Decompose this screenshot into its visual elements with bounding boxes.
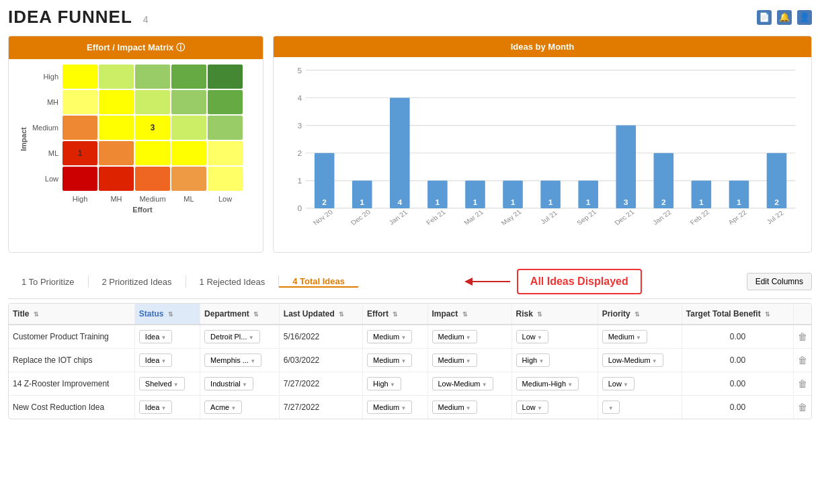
table-row: New Cost Reduction IdeaIdeaAcme7/27/2022…	[9, 396, 811, 419]
stat-item[interactable]: 1 To Prioritize	[8, 277, 88, 287]
table-row: 14 Z-Rooster ImprovementShelvedIndustria…	[9, 372, 811, 396]
row-benefit: 0.00	[682, 349, 793, 372]
stat-item[interactable]: 2 Prioritized Ideas	[89, 277, 186, 287]
row-benefit: 0.00	[682, 372, 793, 396]
svg-text:Apr 22: Apr 22	[727, 209, 748, 226]
table-header-priority[interactable]: Priority ⇅	[598, 304, 682, 325]
matrix-cell	[135, 90, 170, 114]
row-status: Shelved	[134, 372, 200, 396]
matrix-cell	[135, 167, 170, 191]
table-header-risk[interactable]: Risk ⇅	[511, 304, 598, 325]
svg-text:Mar 21: Mar 21	[462, 208, 485, 226]
row-impact: Medium	[427, 325, 511, 349]
delete-icon[interactable]: 🗑	[798, 378, 807, 389]
svg-text:5: 5	[298, 67, 302, 75]
svg-text:Dec 20: Dec 20	[349, 208, 372, 226]
stat-item[interactable]: 1 Rejected Ideas	[186, 277, 279, 287]
matrix-col-label: High	[63, 195, 97, 203]
svg-text:1: 1	[473, 199, 478, 206]
file-icon[interactable]: 📄	[757, 10, 772, 25]
delete-icon[interactable]: 🗑	[798, 331, 807, 342]
svg-text:1: 1	[548, 199, 553, 206]
table-header-status[interactable]: Status ⇅	[134, 304, 200, 325]
svg-text:2: 2	[774, 199, 779, 206]
row-last_updated: 7/27/2022	[279, 396, 362, 419]
matrix-cell	[171, 167, 206, 191]
svg-text:2: 2	[661, 199, 666, 206]
impact-dropdown[interactable]: Medium	[432, 330, 477, 343]
edit-columns-button[interactable]: Edit Columns	[747, 273, 812, 290]
priority-dropdown[interactable]: Low	[602, 377, 634, 390]
row-effort: Medium	[363, 325, 427, 349]
table-header-impact[interactable]: Impact ⇅	[427, 304, 511, 325]
risk-dropdown[interactable]: Low	[516, 330, 548, 343]
matrix-cell	[135, 65, 170, 89]
callout-arrow	[463, 271, 517, 292]
status-dropdown[interactable]: Idea	[139, 401, 173, 414]
row-title: Replace the IOT chips	[9, 349, 134, 372]
risk-dropdown[interactable]: High	[516, 353, 550, 367]
effort-dropdown[interactable]: Medium	[367, 330, 412, 343]
chart-header: Ideas by Month	[274, 36, 811, 57]
svg-text:4: 4	[298, 95, 302, 102]
status-dropdown[interactable]: Idea	[139, 330, 173, 343]
svg-text:2: 2	[322, 199, 327, 206]
priority-dropdown[interactable]: Low-Medium	[602, 353, 663, 367]
matrix-row-label: ML	[28, 149, 63, 157]
matrix-cell	[99, 65, 134, 89]
priority-dropdown[interactable]: Medium	[602, 330, 647, 343]
table-header-effort[interactable]: Effort ⇅	[363, 304, 427, 325]
table-header-benefit[interactable]: Target Total Benefit ⇅	[682, 304, 793, 325]
svg-text:Jan 21: Jan 21	[387, 209, 409, 226]
risk-dropdown[interactable]: Low	[516, 401, 548, 414]
svg-text:Feb 22: Feb 22	[688, 208, 711, 226]
matrix-cell	[208, 65, 243, 89]
matrix-cell	[171, 65, 206, 89]
delete-icon[interactable]: 🗑	[798, 402, 807, 413]
table-header-title[interactable]: Title ⇅	[9, 304, 134, 325]
department-dropdown[interactable]: Detroit Pl...	[204, 330, 260, 343]
matrix-cell	[63, 65, 97, 89]
status-dropdown[interactable]: Idea	[139, 353, 173, 367]
row-impact: Medium	[427, 349, 511, 372]
impact-dropdown[interactable]: Medium	[432, 353, 477, 367]
bell-icon[interactable]: 🔔	[777, 10, 792, 25]
row-department: Detroit Pl...	[200, 325, 280, 349]
row-priority: Low-Medium	[598, 349, 682, 372]
svg-text:Nov 20: Nov 20	[311, 208, 334, 226]
row-title: Customer Product Training	[9, 325, 134, 349]
row-status: Idea	[134, 325, 200, 349]
effort-dropdown[interactable]: Medium	[367, 353, 412, 367]
matrix-col-label: ML	[171, 195, 206, 203]
impact-dropdown[interactable]: Low-Medium	[432, 377, 493, 390]
impact-label: Impact	[19, 127, 28, 151]
effort-label: Effort	[28, 206, 257, 214]
risk-dropdown[interactable]: Medium-High	[516, 377, 579, 390]
department-dropdown[interactable]: Memphis ...	[204, 353, 261, 367]
table-header-department[interactable]: Department ⇅	[200, 304, 280, 325]
matrix-cell	[63, 116, 97, 140]
svg-text:0: 0	[298, 205, 302, 212]
effort-dropdown[interactable]: High	[367, 377, 401, 390]
effort-dropdown[interactable]: Medium	[367, 401, 412, 414]
table-header-last_updated[interactable]: Last Updated ⇅	[279, 304, 362, 325]
header-badge: 4	[143, 14, 149, 25]
svg-text:Dec 21: Dec 21	[613, 208, 636, 226]
row-impact: Low-Medium	[427, 372, 511, 396]
stat-item[interactable]: 4 Total Ideas	[279, 276, 358, 288]
matrix-cell	[208, 116, 243, 140]
callout-box: All Ideas Displayed	[517, 269, 642, 294]
matrix-cell	[208, 90, 243, 114]
priority-dropdown[interactable]	[602, 401, 620, 414]
department-dropdown[interactable]: Acme	[204, 401, 242, 414]
row-title: 14 Z-Rooster Improvement	[9, 372, 134, 396]
svg-text:Jan 22: Jan 22	[651, 209, 673, 226]
impact-dropdown[interactable]: Medium	[432, 401, 477, 414]
department-dropdown[interactable]: Industrial	[204, 377, 253, 390]
user-icon[interactable]: 👤	[797, 10, 812, 25]
delete-icon[interactable]: 🗑	[798, 355, 807, 366]
row-last_updated: 7/27/2022	[279, 372, 362, 396]
table-row: Customer Product TrainingIdeaDetroit Pl.…	[9, 325, 811, 349]
matrix-cell: 3	[135, 116, 170, 140]
status-dropdown[interactable]: Shelved	[139, 377, 185, 390]
